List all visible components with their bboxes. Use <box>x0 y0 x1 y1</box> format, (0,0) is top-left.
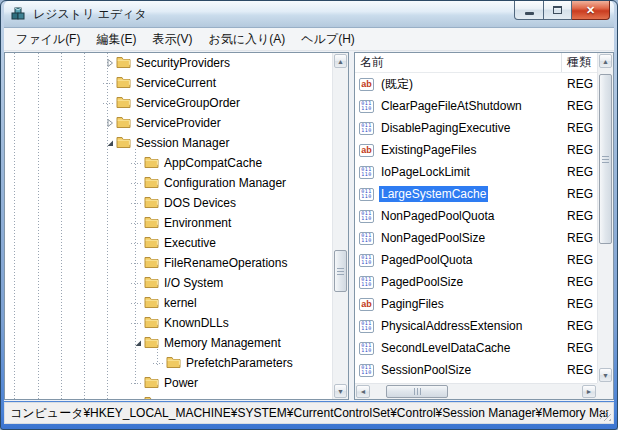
scrollbar-track[interactable] <box>333 69 348 383</box>
list-horizontal-scrollbar[interactable]: ◄ ► <box>355 383 597 399</box>
tree-item-power[interactable]: Power <box>5 373 332 393</box>
value-name[interactable]: SessionPoolSize <box>379 362 473 378</box>
tree-item-label[interactable]: KnownDLLs <box>164 316 229 330</box>
tree-item-appcompatcache[interactable]: AppCompatCache <box>5 153 332 173</box>
scroll-left-button[interactable]: ◄ <box>356 385 370 398</box>
list-content: 名前 種類 ab(既定)REG011110ClearPageFileAtShut… <box>355 53 597 383</box>
value-name[interactable]: PagedPoolSize <box>379 274 465 290</box>
tree-item-label[interactable]: Memory Management <box>164 336 281 350</box>
collapse-icon[interactable] <box>131 337 144 349</box>
value-name-cell: ab(既定) <box>355 75 562 94</box>
tree-item-label[interactable]: PrefetchParameters <box>186 356 293 370</box>
tree-item-label[interactable]: kernel <box>164 296 197 310</box>
tree-item-securityproviders[interactable]: SecurityProviders <box>5 53 332 73</box>
registry-value-row-pagedpoolsize[interactable]: 011110PagedPoolSizeREG <box>355 271 597 293</box>
column-header-name[interactable]: 名前 <box>355 53 562 72</box>
title-bar[interactable]: レジストリ エディタ ✕ <box>4 1 614 28</box>
tree-item-label[interactable]: Executive <box>164 236 216 250</box>
value-name[interactable]: SecondLevelDataCache <box>379 340 512 356</box>
tree-item-prefetchparameters[interactable]: PrefetchParameters <box>5 353 332 373</box>
registry-value-row-largesystemcache[interactable]: 011110LargeSystemCacheREG <box>355 183 597 205</box>
tree-item-servicecurrent[interactable]: ServiceCurrent <box>5 73 332 93</box>
scrollbar-track[interactable] <box>598 69 613 367</box>
tree-connector-line <box>131 163 142 164</box>
tree-item-filerenameoperations[interactable]: FileRenameOperations <box>5 253 332 273</box>
value-name-cell: 011110NonPagedPoolSize <box>355 230 562 246</box>
tree-item-executive[interactable]: Executive <box>5 233 332 253</box>
tree-item-label[interactable]: Power <box>164 376 198 390</box>
scrollbar-thumb[interactable] <box>386 385 448 398</box>
value-name-selected[interactable]: LargeSystemCache <box>379 186 488 202</box>
scroll-up-button[interactable]: ▲ <box>334 54 347 68</box>
scrollbar-thumb[interactable] <box>599 74 612 244</box>
tree-item-dos-devices[interactable]: DOS Devices <box>5 193 332 213</box>
registry-value-row-iopagelocklimit[interactable]: 011110IoPageLockLimitREG <box>355 161 597 183</box>
registry-value-row-nonpagedpoolsize[interactable]: 011110NonPagedPoolSizeREG <box>355 227 597 249</box>
registry-value-row-clearpagefileatshutdown[interactable]: 011110ClearPageFileAtShutdownREG <box>355 95 597 117</box>
value-name[interactable]: PagedPoolQuota <box>379 252 474 268</box>
registry-value-row-disablepagingexecutive[interactable]: 011110DisablePagingExecutiveREG <box>355 117 597 139</box>
column-header-type[interactable]: 種類 <box>562 53 597 72</box>
tree-item-label[interactable]: FileRenameOperations <box>164 256 287 270</box>
tree-item-label[interactable]: AppCompatCache <box>164 156 262 170</box>
menu-edit[interactable]: 編集(E) <box>88 28 144 51</box>
scrollbar-track[interactable] <box>371 384 581 399</box>
expand-icon[interactable] <box>103 117 116 129</box>
tree-item-memory-management[interactable]: Memory Management <box>5 333 332 353</box>
tree-item-configuration-manager[interactable]: Configuration Manager <box>5 173 332 193</box>
minimize-button[interactable] <box>514 1 544 20</box>
value-type-cell: REG <box>562 99 597 113</box>
tree-item-i-o-system[interactable]: I/O System <box>5 273 332 293</box>
tree-item-label[interactable]: DOS Devices <box>164 196 236 210</box>
tree-item-label[interactable]: ServiceCurrent <box>136 76 216 90</box>
menu-file[interactable]: ファイル(F) <box>8 28 88 51</box>
scroll-down-button[interactable]: ▼ <box>599 368 612 382</box>
tree-item-serviceprovider[interactable]: ServiceProvider <box>5 113 332 133</box>
tree-item-label[interactable]: Configuration Manager <box>164 176 286 190</box>
tree-item-session-manager[interactable]: Session Manager <box>5 133 332 153</box>
scroll-up-button[interactable]: ▲ <box>599 54 612 68</box>
registry-value-row-sessionpoolsize[interactable]: 011110SessionPoolSizeREG <box>355 359 597 381</box>
registry-value-row-pagingfiles[interactable]: abPagingFilesREG <box>355 293 597 315</box>
tree-vertical-scrollbar[interactable]: ▲ ▼ <box>332 53 348 399</box>
tree-item-label[interactable]: SecurityProviders <box>136 56 230 70</box>
scroll-right-button[interactable]: ► <box>582 385 596 398</box>
registry-value-row-[interactable]: ab(既定)REG <box>355 73 597 95</box>
close-button[interactable]: ✕ <box>572 1 610 20</box>
tree-item[interactable] <box>5 393 332 399</box>
value-name[interactable]: NonPagedPoolQuota <box>379 208 496 224</box>
tree-item-label[interactable]: Environment <box>164 216 231 230</box>
registry-value-row-physicaladdressextension[interactable]: 011110PhysicalAddressExtensionREG <box>355 315 597 337</box>
maximize-button[interactable] <box>544 1 572 20</box>
value-name[interactable]: PagingFiles <box>379 296 446 312</box>
tree-item-label[interactable]: I/O System <box>164 276 223 290</box>
registry-value-row-secondleveldatacache[interactable]: 011110SecondLevelDataCacheREG <box>355 337 597 359</box>
resize-grip-icon[interactable] <box>600 410 611 421</box>
menu-help[interactable]: ヘルプ(H) <box>293 28 363 51</box>
tree-item-label[interactable]: ServiceProvider <box>136 116 221 130</box>
value-name[interactable]: DisablePagingExecutive <box>379 120 512 136</box>
list-vertical-scrollbar[interactable]: ▲ ▼ <box>597 53 613 383</box>
menu-favorites[interactable]: お気に入り(A) <box>200 28 293 51</box>
tree-item-knowndlls[interactable]: KnownDLLs <box>5 313 332 333</box>
tree-item-servicegrouporder[interactable]: ServiceGroupOrder <box>5 93 332 113</box>
scroll-down-button[interactable]: ▼ <box>334 384 347 398</box>
value-name[interactable]: IoPageLockLimit <box>379 164 472 180</box>
registry-value-row-nonpagedpoolquota[interactable]: 011110NonPagedPoolQuotaREG <box>355 205 597 227</box>
tree-item-label[interactable]: Session Manager <box>136 136 229 150</box>
registry-value-row-existingpagefiles[interactable]: abExistingPageFilesREG <box>355 139 597 161</box>
dword-value-icon: 011110 <box>359 276 374 289</box>
menu-view[interactable]: 表示(V) <box>144 28 200 51</box>
collapse-icon[interactable] <box>103 137 116 149</box>
value-name[interactable]: NonPagedPoolSize <box>379 230 487 246</box>
tree-item-kernel[interactable]: kernel <box>5 293 332 313</box>
value-name[interactable]: (既定) <box>379 75 415 94</box>
value-name[interactable]: ClearPageFileAtShutdown <box>379 98 524 114</box>
expand-icon[interactable] <box>103 57 116 69</box>
registry-value-row-pagedpoolquota[interactable]: 011110PagedPoolQuotaREG <box>355 249 597 271</box>
value-name[interactable]: ExistingPageFiles <box>379 142 478 158</box>
tree-item-environment[interactable]: Environment <box>5 213 332 233</box>
tree-item-label[interactable]: ServiceGroupOrder <box>136 96 240 110</box>
scrollbar-thumb[interactable] <box>334 250 347 292</box>
value-name[interactable]: PhysicalAddressExtension <box>379 318 524 334</box>
